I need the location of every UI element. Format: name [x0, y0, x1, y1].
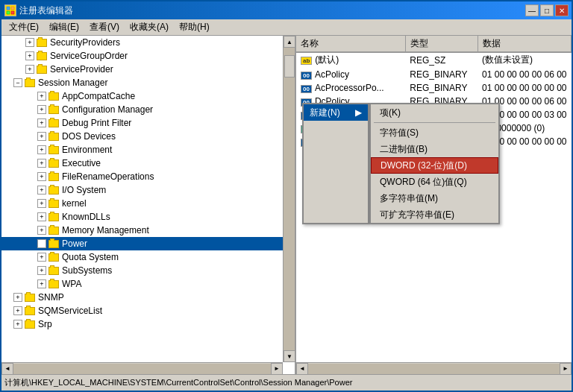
minimize-button[interactable]: — [525, 4, 539, 16]
hscroll-track [13, 364, 271, 374]
tree-toggle-icon[interactable]: + [25, 38, 34, 47]
tree-toggle-icon[interactable]: + [37, 118, 46, 127]
tree-item-label: kernel [62, 198, 87, 209]
folder-icon [24, 78, 36, 88]
tree-toggle-icon[interactable]: + [37, 105, 46, 114]
tree-item[interactable]: +DOS Devices [1, 130, 295, 143]
submenu-item-1[interactable]: 字符值(S) [371, 124, 498, 141]
tree-item[interactable]: +I/O System [1, 183, 295, 197]
tree-item[interactable]: +ServiceProvider [1, 63, 295, 76]
folder-icon [48, 225, 60, 235]
right-hscroll-left[interactable]: ◄ [296, 363, 308, 375]
new-menu-item[interactable]: 新建(N) ▶ [304, 104, 368, 121]
menu-item-help[interactable]: 帮助(H) [175, 19, 214, 35]
context-menu-main: 新建(N) ▶ [302, 103, 369, 224]
tree-item[interactable]: +FileRenameOperations [1, 170, 295, 183]
tree-item[interactable]: +SNMP [1, 291, 295, 304]
reg-type-badge: 00 [301, 72, 312, 80]
close-button[interactable]: ✕ [555, 4, 569, 16]
menu-item-file[interactable]: 文件(E) [4, 19, 43, 35]
tree-item[interactable]: +WPA [1, 277, 295, 291]
submenu-item-0[interactable]: 项(K) [371, 104, 498, 121]
tree-toggle-icon[interactable]: + [37, 199, 46, 208]
tree-toggle-icon[interactable]: + [37, 186, 46, 195]
tree-item[interactable]: +Debug Print Filter [1, 116, 295, 130]
tree-toggle-icon[interactable]: + [37, 279, 46, 288]
tree-item-label: ServiceGroupOrder [50, 51, 128, 61]
scroll-down-btn[interactable]: ▼ [284, 350, 295, 362]
folder-icon [48, 198, 60, 209]
context-submenu: 项(K)字符值(S)二进制值(B)DWORD (32-位)值(D)QWORD (… [369, 103, 500, 224]
tree-item[interactable]: +Memory Management [1, 224, 295, 237]
right-hscroll-right[interactable]: ► [560, 363, 572, 375]
tree-item[interactable]: +SQMServiceList [1, 304, 295, 317]
tree-toggle-icon[interactable]: + [13, 293, 22, 302]
tree-toggle-icon[interactable]: + [25, 65, 34, 74]
tree-item[interactable]: −Power [1, 237, 295, 250]
tree-item[interactable]: −Session Manager [1, 76, 295, 89]
reg-name-cell: ab(默认) [296, 52, 405, 68]
tree-toggle-icon[interactable]: − [13, 78, 22, 87]
tree-hscrollbar[interactable]: ◄ ► [1, 362, 283, 374]
submenu-item-2[interactable]: 二进制值(B) [371, 141, 498, 157]
tree-item-label: FileRenameOperations [62, 171, 154, 182]
tree-pane[interactable]: +SecurityProviders+ServiceGroupOrder+Ser… [1, 36, 296, 374]
table-row[interactable]: 00AcProcessorPo...REG_BINARY01 00 00 00 … [296, 81, 572, 95]
reg-name-cell: 00AcPolicy [296, 68, 405, 81]
col-type-header: 类型 [405, 36, 478, 52]
submenu-item-6[interactable]: 可扩充字符串值(E) [371, 206, 498, 223]
tree-item-label: AppCompatCache [62, 91, 135, 101]
tree-item-label: Memory Management [62, 225, 149, 235]
right-hscrollbar[interactable]: ◄ ► [296, 362, 572, 374]
scroll-up-btn[interactable]: ▲ [284, 36, 295, 48]
folder-icon [24, 306, 36, 316]
tree-item[interactable]: +AppCompatCache [1, 89, 295, 103]
tree-item[interactable]: +SecurityProviders [1, 36, 295, 49]
tree-toggle-icon[interactable]: + [37, 266, 46, 275]
tree-toggle-icon[interactable]: + [25, 51, 34, 60]
tree-toggle-icon[interactable]: − [37, 239, 46, 248]
tree-item[interactable]: +SubSystems [1, 264, 295, 277]
menu-item-favorites[interactable]: 收藏夹(A) [125, 19, 173, 35]
tree-toggle-icon[interactable]: + [37, 253, 46, 262]
reg-table-head: 名称 类型 数据 [296, 36, 572, 52]
tree-item[interactable]: +kernel [1, 197, 295, 210]
maximize-button[interactable]: □ [540, 4, 554, 16]
tree-pane-inner: +SecurityProviders+ServiceGroupOrder+Ser… [1, 36, 295, 331]
tree-toggle-icon[interactable]: + [37, 172, 46, 181]
right-hscroll-track [308, 364, 560, 374]
status-bar: 计算机\HKEY_LOCAL_MACHINE\SYSTEM\CurrentCon… [1, 374, 572, 391]
tree-item[interactable]: +Configuration Manager [1, 103, 295, 116]
tree-item-label: Executive [62, 158, 101, 168]
tree-toggle-icon[interactable]: + [13, 306, 22, 315]
tree-item[interactable]: +KnownDLLs [1, 210, 295, 224]
table-row[interactable]: ab(默认)REG_SZ(数值未设置) [296, 52, 572, 68]
menu-item-edit[interactable]: 编辑(E) [45, 19, 84, 35]
tree-toggle-icon[interactable]: + [37, 132, 46, 141]
tree-item[interactable]: +Executive [1, 157, 295, 170]
scroll-thumb[interactable] [284, 55, 295, 78]
tree-item[interactable]: +Srp [1, 317, 295, 331]
tree-toggle-icon[interactable]: + [37, 92, 46, 101]
folder-icon [36, 64, 48, 75]
tree-toggle-icon[interactable]: + [37, 159, 46, 168]
menu-item-view[interactable]: 查看(V) [85, 19, 124, 35]
tree-toggle-icon[interactable]: + [37, 212, 46, 221]
submenu-item-5[interactable]: 多字符串值(M) [371, 190, 498, 206]
tree-toggle-icon[interactable]: + [13, 320, 22, 329]
tree-scrollbar[interactable]: ▲ ▼ [283, 36, 295, 362]
tree-item[interactable]: +ServiceGroupOrder [1, 49, 295, 63]
submenu-item-3[interactable]: DWORD (32-位)值(D) [371, 157, 498, 174]
submenu-item-4[interactable]: QWORD (64 位)值(Q) [371, 174, 498, 190]
hscroll-left-btn[interactable]: ◄ [1, 363, 13, 375]
tree-toggle-icon[interactable]: + [37, 226, 46, 235]
tree-item-label: KnownDLLs [62, 212, 110, 222]
hscroll-right-btn[interactable]: ► [271, 363, 283, 375]
table-row[interactable]: 00AcPolicyREG_BINARY01 00 00 00 00 06 00 [296, 68, 572, 81]
tree-item[interactable]: +Environment [1, 143, 295, 157]
tree-item-label: DOS Devices [62, 131, 116, 142]
tree-item[interactable]: +Quota System [1, 250, 295, 264]
tree-item-label: Quota System [62, 252, 119, 262]
reg-data-cell: (数值未设置) [478, 52, 571, 68]
tree-toggle-icon[interactable]: + [37, 145, 46, 154]
